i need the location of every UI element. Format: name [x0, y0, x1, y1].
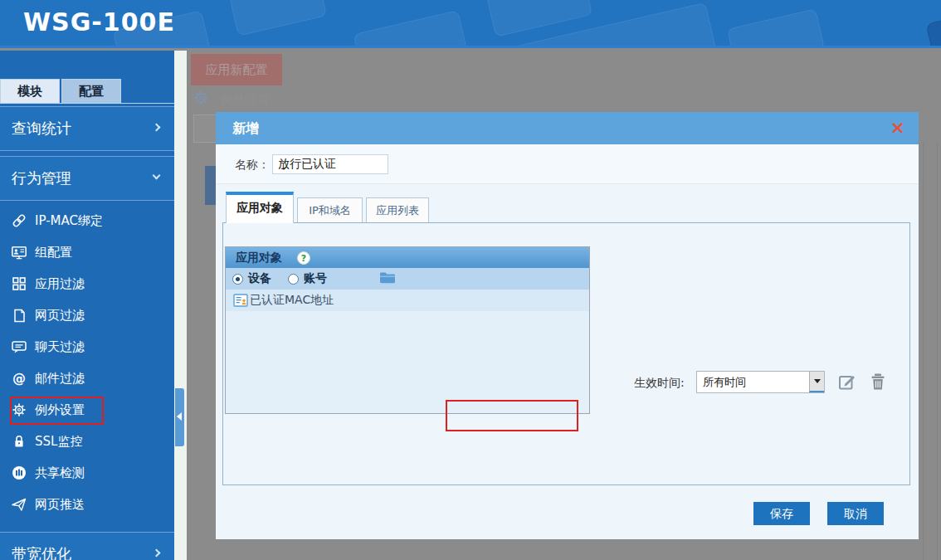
- sidebar-section-query-stats[interactable]: 查询统计: [0, 106, 174, 151]
- background-column-line: [937, 142, 938, 560]
- page-icon: [11, 307, 27, 324]
- sidebar-section-behavior-mgmt[interactable]: 行为管理: [0, 156, 174, 201]
- edit-icon[interactable]: [837, 372, 857, 395]
- list-item-label: 已认证MAC地址: [250, 293, 334, 308]
- app-title: WSG-100E: [23, 7, 175, 37]
- sidebar-gap: [174, 51, 187, 560]
- sidebar: 模块 配置 查询统计 行为管理 IP-MAC绑定 组配置: [0, 51, 174, 560]
- section-label: 行为管理: [12, 168, 71, 188]
- effective-time-label: 生效时间:: [634, 376, 685, 391]
- app-header: WSG-100E: [0, 0, 941, 48]
- sidebar-item-group-config[interactable]: 组配置: [0, 236, 174, 268]
- dialog-title: 新增: [232, 112, 259, 144]
- sidebar-item-web-filter[interactable]: 网页过滤: [0, 299, 174, 331]
- lock-icon: [11, 433, 27, 450]
- dialog-titlebar: 新增 ×: [216, 112, 919, 144]
- sidebar-item-label: IP-MAC绑定: [35, 213, 103, 229]
- at-icon: [11, 370, 27, 387]
- chevron-right-icon: [154, 124, 159, 130]
- sidebar-item-ip-mac-binding[interactable]: IP-MAC绑定: [0, 205, 174, 236]
- paper-plane-icon: [11, 496, 27, 513]
- tab-app-object[interactable]: 应用对象: [226, 192, 294, 223]
- sidebar-item-share-detect[interactable]: 共享检测: [0, 457, 174, 489]
- keyboard-key-decor: [353, 10, 468, 48]
- trash-icon[interactable]: [870, 373, 886, 394]
- gear-icon: [192, 89, 210, 110]
- app-object-panel: 应用对象 ? 设备 账号 已认证MAC地址: [225, 246, 590, 414]
- save-button[interactable]: 保存: [753, 502, 810, 525]
- help-icon[interactable]: ?: [297, 251, 310, 265]
- keyboard-key-decor: [926, 7, 941, 48]
- sidebar-tab-config[interactable]: 配置: [61, 79, 121, 104]
- sidebar-item-label: 邮件过滤: [35, 371, 85, 387]
- radio-account[interactable]: [288, 274, 299, 285]
- gear-icon: [11, 402, 27, 418]
- sidebar-item-app-filter[interactable]: 应用过滤: [0, 268, 174, 299]
- sidebar-item-label: 应用过滤: [35, 276, 85, 292]
- radio-account-label: 账号: [304, 271, 327, 286]
- sidebar-item-ssl-monitor[interactable]: SSL监控: [0, 426, 174, 457]
- page-title: 例外设置: [220, 92, 270, 108]
- sidebar-item-label: 组配置: [35, 245, 72, 261]
- dropdown-arrow-icon[interactable]: [809, 372, 824, 392]
- sidebar-tabs-divider: [0, 103, 174, 104]
- sidebar-item-label: 聊天过滤: [35, 339, 85, 355]
- object-type-radios: 设备 账号: [226, 268, 589, 290]
- sidebar-item-label: SSL监控: [35, 434, 82, 450]
- grid-icon: [11, 275, 27, 292]
- contact-card-icon: [233, 293, 248, 308]
- sidebar-item-label: 网页推送: [35, 497, 85, 513]
- section-label: 带宽优化: [12, 544, 71, 560]
- cancel-button[interactable]: 取消: [827, 502, 884, 525]
- sidebar-item-mail-filter[interactable]: 邮件过滤: [0, 363, 174, 394]
- sidebar-item-web-push[interactable]: 网页推送: [0, 489, 174, 520]
- sidebar-item-label: 网页过滤: [35, 308, 85, 324]
- name-label: 名称：: [235, 144, 270, 184]
- sidebar-collapse-handle[interactable]: [175, 388, 184, 446]
- sidebar-item-chat-filter[interactable]: 聊天过滤: [0, 331, 174, 363]
- chevron-right-icon: [154, 550, 159, 556]
- name-input[interactable]: [272, 154, 388, 174]
- background-column-line: [923, 142, 924, 560]
- sidebar-item-exception-settings[interactable]: 例外设置: [0, 394, 174, 426]
- selected-option: 所有时间: [703, 372, 746, 392]
- radio-device-label: 设备: [248, 271, 271, 286]
- panel-header-label: 应用对象: [236, 247, 282, 268]
- chevron-down-icon: [154, 173, 159, 178]
- add-dialog: 新增 × 名称： 应用对象 IP和域名 应用列表 应用对象 ? 设备 账号: [216, 112, 919, 539]
- sidebar-item-label: 共享检测: [35, 465, 85, 481]
- share-icon: [11, 465, 27, 481]
- sidebar-tab-module[interactable]: 模块: [0, 79, 60, 104]
- keyboard-key-decor: [727, 8, 825, 48]
- effective-time-select[interactable]: 所有时间: [696, 371, 825, 393]
- tab-content: 应用对象 ? 设备 账号 已认证MAC地址: [222, 222, 910, 485]
- tab-ip-domain[interactable]: IP和域名: [297, 197, 363, 223]
- folder-icon[interactable]: [379, 271, 396, 287]
- link-icon: [11, 212, 27, 229]
- keyboard-key-decor: [229, 0, 327, 37]
- background-panel-fragment: [193, 114, 217, 143]
- close-icon[interactable]: ×: [890, 116, 905, 139]
- chat-icon: [11, 338, 27, 355]
- panel-header: 应用对象 ?: [226, 247, 589, 268]
- list-item-authenticated-mac[interactable]: 已认证MAC地址: [226, 290, 589, 311]
- apply-new-config-button: 应用新配置: [191, 54, 282, 85]
- tab-app-list[interactable]: 应用列表: [366, 197, 429, 223]
- app-window: WSG-100E 模块 配置 查询统计 行为管理 IP-MAC绑定 组配置: [0, 0, 941, 560]
- radio-device[interactable]: [232, 274, 243, 285]
- sidebar-item-label: 例外设置: [35, 402, 85, 418]
- name-row: 名称：: [216, 144, 919, 184]
- sidebar-section-bandwidth[interactable]: 带宽优化: [0, 532, 174, 560]
- id-card-icon: [11, 244, 27, 261]
- section-label: 查询统计: [12, 119, 71, 139]
